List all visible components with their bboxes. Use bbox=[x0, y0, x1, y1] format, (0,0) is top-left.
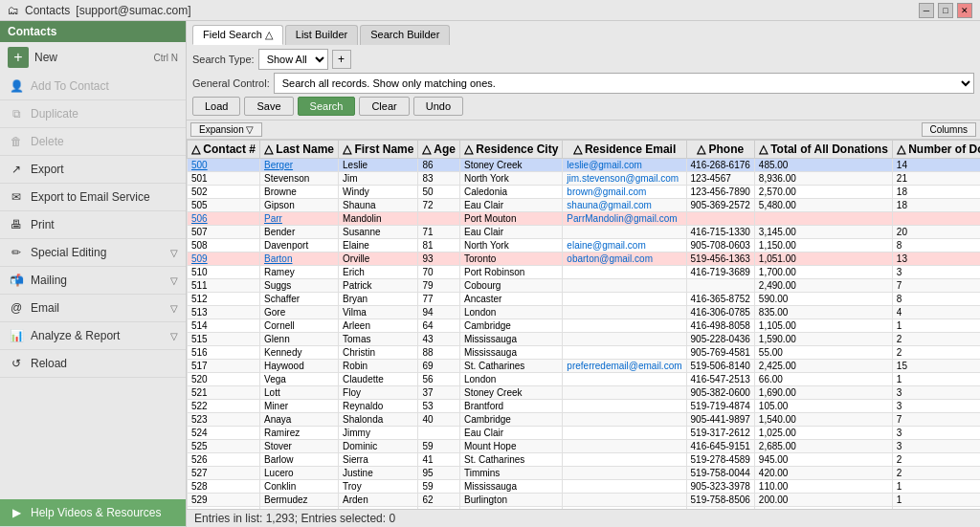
search-type-label: Search Type: bbox=[192, 54, 255, 65]
table-cell bbox=[563, 279, 686, 293]
general-control-select[interactable]: Search all records. Show only matching o… bbox=[274, 73, 974, 94]
table-row[interactable]: 505GipsonShauna72Eau Clairshauna@gmail.c… bbox=[188, 199, 981, 212]
table-row[interactable]: 524RamirezJimmyEau Clair519-317-26121,02… bbox=[188, 427, 981, 440]
add-search-criteria-button[interactable]: + bbox=[332, 50, 351, 69]
table-cell: 95 bbox=[418, 467, 460, 480]
search-type-select[interactable]: Show All Active Inactive bbox=[258, 49, 328, 70]
col-lastname[interactable]: △ Last Name bbox=[260, 141, 339, 159]
data-table-container[interactable]: △ Contact # △ Last Name △ First Name △ A… bbox=[187, 140, 980, 509]
table-row[interactable]: 507BenderSusanne71Eau Clair416-715-13303… bbox=[188, 226, 981, 239]
table-row[interactable]: 510RameyErich70Port Robinson416-719-3689… bbox=[188, 266, 981, 279]
table-row[interactable]: 515GlennTomas43Mississauga905-228-04361,… bbox=[188, 333, 981, 346]
table-cell[interactable]: jim.stevenson@gmail.com bbox=[563, 172, 686, 186]
table-cell[interactable]: Barton bbox=[260, 253, 339, 266]
table-cell[interactable]: 500 bbox=[188, 159, 260, 172]
table-cell: 59 bbox=[418, 480, 460, 494]
table-row[interactable]: 529BermudezArden62Burlington519-758-8506… bbox=[188, 494, 981, 507]
table-cell: 529 bbox=[188, 494, 260, 507]
save-button[interactable]: Save bbox=[244, 97, 293, 116]
table-row[interactable]: 501StevensonJim83North Yorkjim.stevenson… bbox=[188, 172, 981, 186]
search-button[interactable]: Search bbox=[298, 97, 356, 116]
table-cell: 527 bbox=[188, 467, 260, 480]
table-row[interactable]: 516KennedyChristin88Mississauga905-769-4… bbox=[188, 346, 981, 360]
sidebar-item-export[interactable]: ↗ Export bbox=[0, 156, 186, 184]
table-cell: 1 bbox=[892, 494, 980, 507]
table-cell bbox=[563, 467, 686, 480]
table-cell[interactable]: 506 bbox=[188, 212, 260, 226]
table-row[interactable]: 517HaywoodRobin69St. Catharinespreferred… bbox=[188, 360, 981, 373]
col-firstname[interactable]: △ First Name bbox=[339, 141, 418, 159]
table-cell: Eau Clair bbox=[459, 226, 562, 239]
sidebar-item-export-email[interactable]: ✉ Export to Email Service bbox=[0, 184, 186, 211]
clear-button[interactable]: Clear bbox=[359, 97, 409, 116]
table-row[interactable]: 508DavenportElaine81North Yorkelaine@gma… bbox=[188, 239, 981, 253]
table-row[interactable]: 512SchafferBryan77Ancaster416-365-875259… bbox=[188, 293, 981, 306]
table-cell: 521 bbox=[188, 386, 260, 400]
table-cell[interactable]: brown@gmail.com bbox=[563, 186, 686, 199]
table-cell[interactable]: shauna@gmail.com bbox=[563, 199, 686, 212]
sidebar-item-reload[interactable]: ↺ Reload bbox=[0, 350, 186, 378]
table-cell: 905-369-2572 bbox=[686, 199, 754, 212]
table-cell: Arleen bbox=[339, 319, 418, 333]
minimize-button[interactable]: ─ bbox=[919, 3, 934, 18]
maximize-button[interactable]: □ bbox=[938, 3, 953, 18]
table-cell: Ramey bbox=[260, 266, 339, 279]
table-cell[interactable]: leslie@gmail.com bbox=[563, 159, 686, 172]
col-age[interactable]: △ Age bbox=[418, 141, 460, 159]
sidebar-item-help[interactable]: ▶ Help Videos & Resources bbox=[0, 499, 186, 527]
table-row[interactable]: 525StoverDominic59Mount Hope416-645-9151… bbox=[188, 440, 981, 453]
col-num-donations[interactable]: △ Number of Donations bbox=[892, 141, 980, 159]
table-row[interactable]: 506ParrMandolinPort MoutonParrMandolin@g… bbox=[188, 212, 981, 226]
table-row[interactable]: 522MinerReynaldo53Brantford519-719-48741… bbox=[188, 400, 981, 413]
sidebar-item-analyze-report[interactable]: 📊 Analyze & Report ▽ bbox=[0, 322, 186, 350]
table-cell: 905-708-0603 bbox=[686, 239, 754, 253]
sidebar-item-mailing[interactable]: 📬 Mailing ▽ bbox=[0, 267, 186, 295]
table-row[interactable]: 502BrowneWindy50Caledoniabrown@gmail.com… bbox=[188, 186, 981, 199]
table-cell: 3,145.00 bbox=[754, 226, 892, 239]
table-row[interactable]: 527LuceroJustine95Timmins519-758-0044420… bbox=[188, 467, 981, 480]
sidebar-item-print[interactable]: 🖶 Print bbox=[0, 211, 186, 239]
close-button[interactable]: ✕ bbox=[957, 3, 972, 18]
table-row[interactable]: 511SuggsPatrick79Cobourg2,490.0072019-11… bbox=[188, 279, 981, 293]
table-cell: Port Robinson bbox=[459, 266, 562, 279]
table-cell[interactable]: Parr bbox=[260, 212, 339, 226]
table-cell: 528 bbox=[188, 480, 260, 494]
table-cell: 2 bbox=[892, 333, 980, 346]
table-cell[interactable]: 509 bbox=[188, 253, 260, 266]
col-contact[interactable]: △ Contact # bbox=[188, 141, 260, 159]
table-cell: 70 bbox=[418, 266, 460, 279]
tab-search-builder[interactable]: Search Builder bbox=[360, 25, 450, 45]
undo-button[interactable]: Undo bbox=[413, 97, 463, 116]
table-cell: 508 bbox=[188, 239, 260, 253]
col-email[interactable]: △ Residence Email bbox=[563, 141, 686, 159]
table-cell[interactable]: obarton@gmail.com bbox=[563, 253, 686, 266]
table-row[interactable]: 526BarlowSierra41St. Catharines519-278-4… bbox=[188, 453, 981, 467]
main-layout: Contacts + New Ctrl N 👤 Add To Contact ⧉… bbox=[0, 21, 980, 527]
table-cell: Sierra bbox=[339, 453, 418, 467]
sidebar-item-new[interactable]: + New Ctrl N bbox=[0, 42, 186, 73]
table-row[interactable]: 521LottFloy37Stoney Creek905-382-06001,6… bbox=[188, 386, 981, 400]
tab-field-search[interactable]: Field Search △ bbox=[192, 25, 283, 45]
load-button[interactable]: Load bbox=[192, 97, 240, 116]
expansion-button[interactable]: Expansion ▽ bbox=[190, 122, 262, 137]
table-row[interactable]: 523AnayaShalonda40Cambridge905-441-98971… bbox=[188, 413, 981, 427]
table-row[interactable]: 513GoreVilma94London416-306-0785835.0042… bbox=[188, 306, 981, 319]
sidebar-item-special-editing[interactable]: ✏ Special Editing ▽ bbox=[0, 239, 186, 267]
table-row[interactable]: 528ConklinTroy59Mississauga905-323-39781… bbox=[188, 480, 981, 494]
table-cell[interactable]: ParrMandolin@gmail.com bbox=[563, 212, 686, 226]
col-phone[interactable]: △ Phone bbox=[686, 141, 754, 159]
sidebar-item-email[interactable]: @ Email ▽ bbox=[0, 295, 186, 322]
table-cell[interactable]: preferredemail@email.com bbox=[563, 360, 686, 373]
col-city[interactable]: △ Residence City bbox=[459, 141, 562, 159]
table-row[interactable]: 520VegaClaudette56London416-547-251366.0… bbox=[188, 373, 981, 386]
table-cell: 512 bbox=[188, 293, 260, 306]
col-total-donations[interactable]: △ Total of All Donations bbox=[754, 141, 892, 159]
table-cell[interactable]: elaine@gmail.com bbox=[563, 239, 686, 253]
table-row[interactable]: 509BartonOrville93Torontoobarton@gmail.c… bbox=[188, 253, 981, 266]
tab-list-builder[interactable]: List Builder bbox=[285, 25, 358, 45]
table-cell bbox=[563, 494, 686, 507]
columns-button[interactable]: Columns bbox=[922, 122, 976, 137]
table-cell[interactable]: Berger bbox=[260, 159, 339, 172]
table-row[interactable]: 514CornellArleen64Cambridge416-498-80581… bbox=[188, 319, 981, 333]
table-row[interactable]: 500BergerLeslie86Stoney Creekleslie@gmai… bbox=[188, 159, 981, 172]
